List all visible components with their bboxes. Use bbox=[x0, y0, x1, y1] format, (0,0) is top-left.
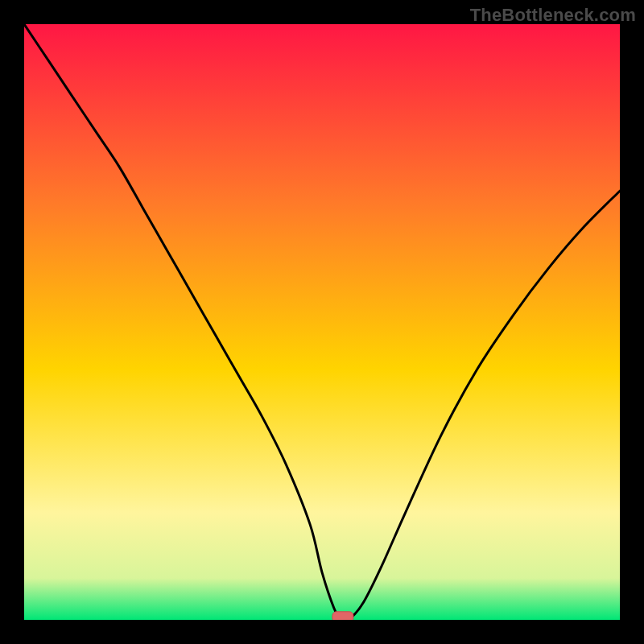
watermark-text: TheBottleneck.com bbox=[470, 5, 636, 26]
plot-area bbox=[24, 24, 620, 620]
gradient-background bbox=[24, 24, 620, 620]
chart-container: TheBottleneck.com bbox=[0, 0, 644, 644]
minimum-marker bbox=[332, 612, 353, 620]
bottleneck-chart-svg bbox=[24, 24, 620, 620]
